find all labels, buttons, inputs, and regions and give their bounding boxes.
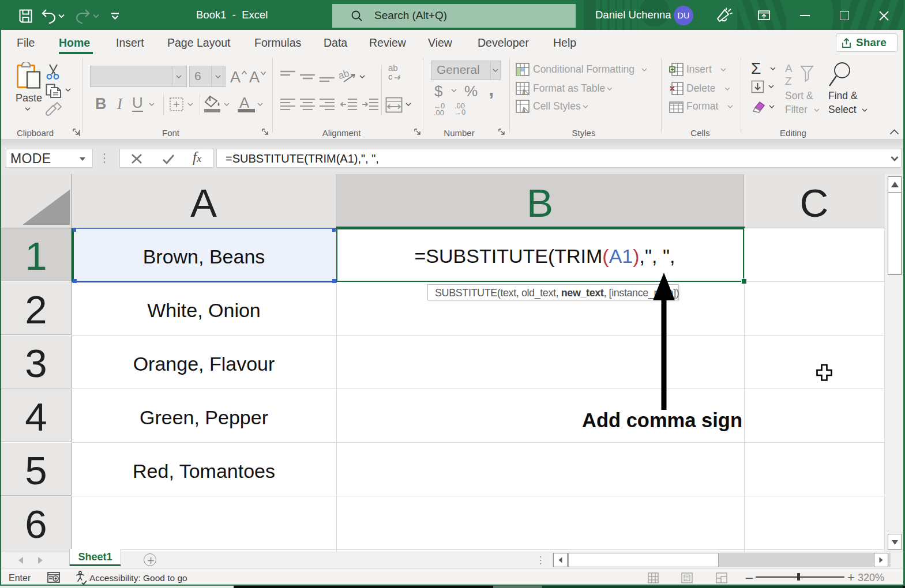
svg-text:A: A [785, 62, 793, 74]
svg-text:Z: Z [785, 75, 792, 87]
svg-text:c: c [388, 71, 393, 81]
svg-text:ab: ab [339, 69, 351, 81]
